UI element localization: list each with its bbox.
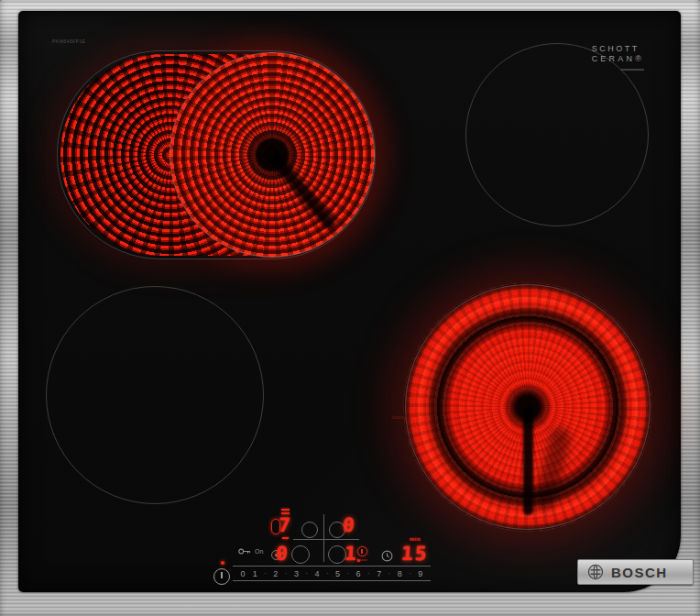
display-front-left: 0	[275, 543, 288, 565]
power-level-key-5[interactable]: 5	[334, 569, 342, 578]
power-level-key-4[interactable]: 4	[313, 569, 321, 578]
power-level-key-1[interactable]: 1	[251, 569, 258, 578]
zone-active-mark	[282, 537, 289, 539]
ceramic-glass-surface: boost PKM645FP1E SCHOTT CERAN® On 7 0 0 …	[18, 11, 681, 592]
key-icon	[238, 547, 252, 556]
boost-label: boost	[355, 557, 368, 562]
timer-display: 15	[400, 543, 429, 565]
zone-select-back-left[interactable]	[301, 522, 318, 538]
bosch-logo-icon	[587, 564, 604, 580]
oval-zone-indicator-icon	[271, 519, 280, 534]
zone-select-front-left[interactable]	[291, 545, 310, 564]
power-level-key-0[interactable]: 0	[239, 569, 246, 578]
display-back-right: 0	[342, 514, 355, 536]
touch-control-panel: On 7 0 0 1 boost min 15	[18, 11, 681, 592]
zone-map-line-horizontal	[293, 539, 359, 540]
power-scale-dot: ·	[346, 569, 350, 578]
power-led	[221, 561, 224, 565]
boost-indicator[interactable]: boost	[355, 546, 368, 562]
zone-map-line-vertical	[323, 514, 324, 562]
power-scale-dot: ·	[388, 569, 391, 578]
power-button[interactable]	[213, 568, 230, 585]
power-scale-dot: ·	[305, 569, 309, 578]
power-level-key-9[interactable]: 9	[417, 569, 424, 578]
power-level-key-2[interactable]: 2	[272, 569, 279, 578]
power-level-key-8[interactable]: 8	[396, 569, 403, 578]
dual-circuit-indicator-icon	[281, 509, 290, 511]
power-scale-dot: ·	[366, 569, 370, 578]
power-scale-dot: ·	[264, 569, 268, 578]
power-level-key-6[interactable]: 6	[355, 569, 362, 578]
power-level-key-7[interactable]: 7	[376, 569, 383, 578]
power-scale-dot: ·	[409, 569, 412, 578]
bosch-logo-text: BOSCH	[611, 565, 668, 580]
power-scale-dot: ·	[284, 569, 288, 578]
power-scale-dot: ·	[325, 569, 329, 578]
boost-icon	[357, 546, 367, 556]
child-lock-key[interactable]: On	[238, 547, 263, 556]
power-level-slider[interactable]: 0 1 · 2 · 3 · 4 · 5 · 6 · 7 · 8 · 9	[233, 566, 431, 581]
timer-clock-icon[interactable]	[381, 550, 393, 562]
child-lock-label: On	[255, 548, 263, 555]
timer-unit-label: min	[410, 536, 421, 542]
dual-circuit-indicator-icon	[281, 512, 290, 514]
power-level-key-3[interactable]: 3	[292, 569, 300, 578]
bosch-badge: BOSCH	[577, 559, 694, 585]
